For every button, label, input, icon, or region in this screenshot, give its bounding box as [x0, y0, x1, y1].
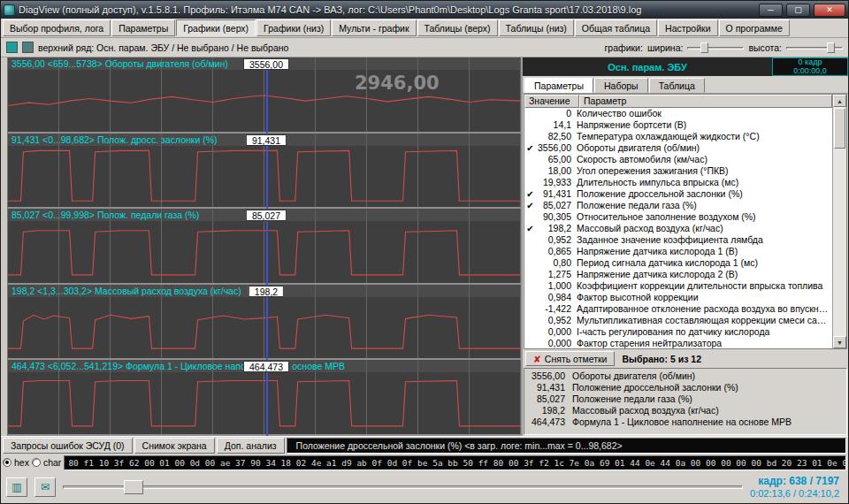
width-slider[interactable] [687, 42, 744, 54]
tab-graphs-top[interactable]: Графики (верх) [176, 19, 256, 36]
selected-name: Формула 1 - Цикловое наполнение на основ… [572, 416, 846, 428]
cursor-line[interactable] [266, 57, 268, 436]
scroll-down-icon[interactable]: ▼ [833, 336, 846, 348]
tab-tables-top[interactable]: Таблицы (верх) [417, 19, 498, 36]
extra-analysis-button[interactable]: Доп. анализ [217, 438, 285, 454]
param-name: Относительное заполнение воздухом (%) [577, 211, 832, 223]
param-row[interactable]: ✔198,2Массовый расход воздуха (кг/час) [524, 223, 832, 234]
selected-row[interactable]: 91,431Положение дроссельной заслонки (%) [524, 382, 846, 393]
param-row[interactable]: ✔3556,00Обороты двигателя (об/мин) [524, 142, 832, 154]
param-row[interactable]: 0,952Мультипликативная составляющая корр… [524, 315, 832, 326]
param-value: 19,933 [536, 177, 577, 188]
height-slider-thumb[interactable] [827, 42, 835, 53]
check-icon: ✔ [524, 142, 536, 154]
tab-tables-bottom[interactable]: Таблицы (низ) [499, 19, 574, 36]
screenshot-button[interactable]: Снимок экрана [134, 438, 215, 454]
char-radio[interactable] [32, 458, 41, 467]
status-row: Запросы ошибок ЭСУД (0)Снимок экранаДоп.… [1, 436, 848, 454]
frame-slider-track[interactable] [63, 485, 743, 489]
param-name: Количество ошибок [577, 108, 832, 119]
param-row[interactable]: 0,984Фактор высотной коррекции [524, 292, 832, 303]
send-tool-button[interactable]: ✉ [34, 477, 56, 497]
graph-plot-rpm[interactable] [8, 70, 521, 130]
param-row[interactable]: ✔91,431Положение дроссельной заслонки (%… [524, 188, 832, 200]
clear-marks-label: Снять отметки [545, 354, 608, 364]
column-header-param[interactable]: Параметр [579, 95, 832, 108]
width-slider-thumb[interactable] [700, 42, 708, 53]
param-name: Угол опережения зажигания (°ПКВ) [577, 165, 832, 177]
param-row[interactable]: 1,000Коэффициент коррекции длительности … [524, 280, 832, 292]
height-slider[interactable] [786, 42, 843, 54]
tab-about[interactable]: О программе [719, 19, 790, 36]
graph-formula: 464,473 <6,052...541,219> Формула 1 - Ци… [8, 360, 521, 436]
tab-parameters[interactable]: Параметры [111, 19, 175, 36]
selected-row[interactable]: 85,027Положение педали газа (%) [524, 393, 846, 405]
chart-tool-button[interactable]: ▥ [6, 477, 27, 497]
dtc-requests-button[interactable]: Запросы ошибок ЭСУД (0) [3, 438, 133, 454]
param-value: 0,952 [536, 315, 577, 326]
selected-row[interactable]: 198,2Массовый расход воздуха (кг/час) [524, 405, 846, 416]
rp-tab-sets[interactable]: Наборы [594, 78, 648, 93]
close-button[interactable]: ✕ [814, 4, 845, 17]
param-name: Напряжение датчика кислорода 1 (В) [577, 246, 832, 257]
param-row[interactable]: -1,422Адаптированное отклонение расхода … [524, 303, 832, 315]
tab-graphs-bottom[interactable]: Графики (низ) [256, 19, 331, 36]
hex-radio[interactable] [3, 458, 11, 467]
column-header-value[interactable]: Значение [524, 95, 579, 108]
hex-row: hex char 80 f1 10 3f 62 00 01 00 0d 00 a… [1, 454, 848, 471]
param-row[interactable]: 18,00Угол опережения зажигания (°ПКВ) [524, 165, 832, 177]
selected-row[interactable]: 464,473Формула 1 - Цикловое наполнение н… [524, 416, 846, 428]
param-row[interactable]: 0,952Заданное значение коэффициента лямб… [524, 234, 832, 246]
tab-profile-log[interactable]: Выбор профиля, лога [3, 19, 111, 36]
graph-plot-throttle[interactable] [8, 146, 521, 206]
param-row[interactable]: 0,000I-часть регулирования по датчику ки… [524, 326, 832, 338]
param-row[interactable]: 0Количество ошибок [524, 108, 832, 119]
graph-plot-pedal[interactable] [8, 221, 521, 281]
time-counter: 0:02:13,6 / 0:24:10,2 [750, 488, 839, 500]
check-icon: ✔ [524, 200, 536, 211]
param-name: Фактор высотной коррекции [577, 292, 832, 303]
param-table-scrollbar[interactable]: ▲ ▼ [832, 95, 846, 348]
selected-row[interactable]: 3556,00Обороты двигателя (об/мин) [524, 370, 846, 382]
selected-value: 198,2 [524, 405, 572, 416]
selected-name: Массовый расход воздуха (кг/час) [572, 405, 846, 416]
frame-slider[interactable] [63, 478, 743, 496]
scroll-up-icon[interactable]: ▲ [833, 95, 846, 107]
param-row[interactable]: 0,000Фактор старения нейтрализатора [524, 338, 832, 348]
navigation-row: ▥ ✉ кадр: 638 / 7197 0:02:13,6 / 0:24:10… [1, 471, 848, 503]
param-value: 91,431 [536, 188, 577, 200]
panel-title: Осн. парам. ЭБУ [523, 57, 772, 76]
rp-tab-table[interactable]: Таблица [649, 78, 705, 93]
maximize-button[interactable]: ▢ [786, 4, 810, 17]
param-row[interactable]: 0,80Период сигнала датчика кислорода 1 (… [524, 257, 832, 269]
tab-common-table[interactable]: Общая таблица [575, 19, 657, 36]
param-row[interactable]: 1,275Напряжение датчика кислорода 2 (В) [524, 269, 832, 280]
width-slider-track [687, 47, 744, 50]
tab-settings[interactable]: Настройки [658, 19, 718, 36]
param-row[interactable]: ✔85,027Положение педали газа (%) [524, 200, 832, 211]
param-row[interactable]: 14,1Напряжение бортсети (В) [524, 119, 832, 131]
param-row[interactable]: 65,00Скорость автомобиля (км/час) [524, 154, 832, 165]
graph-plot-formula[interactable] [8, 372, 521, 432]
param-row[interactable]: 90,305Относительное заполнение воздухом … [524, 211, 832, 223]
param-value: 14,1 [536, 119, 577, 131]
scrollbar-thumb[interactable] [834, 108, 845, 149]
param-row[interactable]: 19,933Длительность импульса впрыска (мс) [524, 177, 832, 188]
app-icon [4, 4, 15, 16]
frame-slider-thumb[interactable] [124, 480, 143, 494]
param-row[interactable]: 0,865Напряжение датчика кислорода 1 (В) [524, 246, 832, 257]
param-name: Напряжение датчика кислорода 2 (В) [577, 269, 832, 280]
param-row[interactable]: 82,50Температура охлаждающей жидкости (°… [524, 131, 832, 142]
hex-dump: 80 f1 10 3f 62 00 01 00 0d 00 ae 37 90 3… [64, 455, 846, 470]
graph-plot-maf[interactable] [8, 297, 521, 357]
minimize-button[interactable]: ─ [759, 4, 783, 17]
graph-cursor-value-formula: 464,473 [243, 361, 289, 372]
param-value: 90,305 [536, 211, 577, 223]
graphs-area: 3556,00 <659...5738> Обороты двигателя (… [1, 57, 521, 436]
tab-multi-graph[interactable]: Мульти - график [332, 19, 416, 36]
frame-counter: кадр: 638 / 7197 [750, 475, 839, 487]
clear-marks-button[interactable]: ✘ Снять отметки [525, 351, 615, 366]
rp-tab-parameters[interactable]: Параметры [524, 78, 593, 93]
param-value: 65,00 [536, 154, 577, 165]
row-color-chip-2 [22, 42, 34, 53]
